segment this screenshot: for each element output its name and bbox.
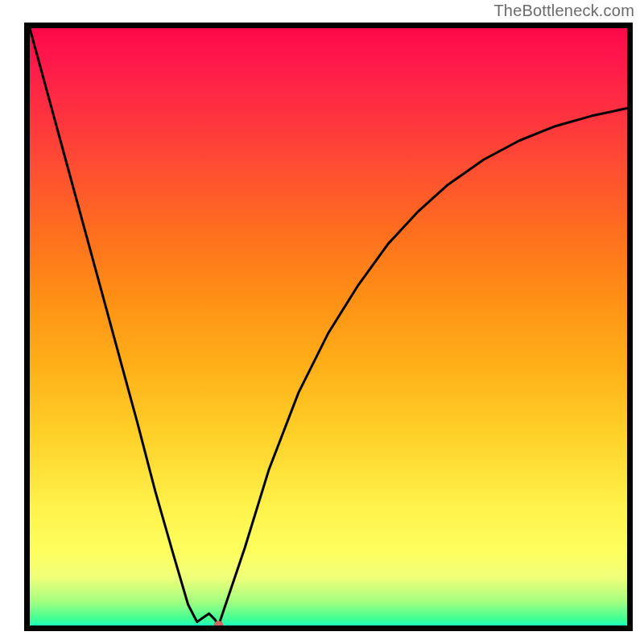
watermark-text: TheBottleneck.com (493, 2, 634, 20)
bottleneck-curve (30, 28, 627, 625)
plot-area (24, 23, 633, 631)
chart-container: TheBottleneck.com (0, 0, 644, 644)
curve-svg (30, 28, 627, 625)
